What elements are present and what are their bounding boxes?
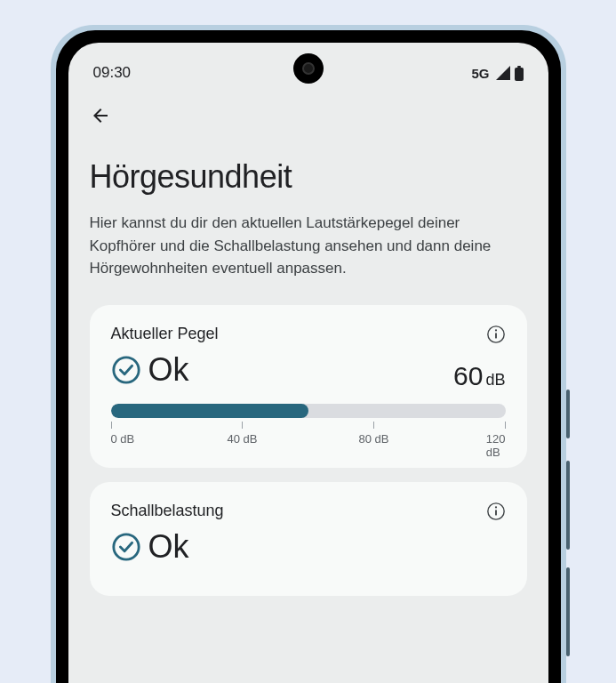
status-row: Ok 60dB: [111, 351, 506, 391]
tick: [242, 422, 243, 429]
screen: 09:30 5G Hör: [68, 43, 548, 683]
status-value: 60: [453, 361, 483, 390]
status-row: Ok: [111, 528, 506, 566]
network-label: 5G: [471, 66, 489, 81]
page-title: Hörgesundheit: [90, 158, 527, 196]
svg-point-8: [494, 506, 496, 508]
svg-rect-3: [495, 333, 497, 338]
progress-fill: [111, 404, 308, 418]
status-value-group: 60dB: [453, 361, 505, 391]
status-unit: dB: [485, 371, 505, 389]
phone-frame: 09:30 5G Hör: [51, 25, 566, 683]
content: Hörgesundheit Hier kannst du dir den akt…: [68, 87, 548, 596]
tick-row: [111, 422, 506, 430]
svg-point-9: [113, 534, 138, 558]
status-left: Ok: [111, 528, 189, 566]
card-header: Schallbelastung: [111, 502, 506, 521]
scale-label: 80 dB: [358, 432, 388, 446]
status-text: Ok: [148, 528, 189, 566]
card-title: Schallbelastung: [111, 502, 224, 520]
tick: [373, 422, 374, 429]
status-time: 09:30: [93, 64, 132, 82]
status-left: Ok: [111, 351, 189, 389]
check-circle-icon: [111, 532, 141, 562]
scale-label: 120 dB: [486, 432, 506, 459]
scale-label: 40 dB: [227, 432, 257, 446]
phone-side-button: [566, 461, 570, 550]
tick: [111, 422, 112, 429]
info-icon[interactable]: [486, 325, 506, 344]
camera-notch: [293, 53, 324, 84]
svg-rect-0: [517, 66, 521, 68]
check-circle-icon: [111, 355, 141, 385]
card-title: Aktueller Pegel: [111, 325, 219, 343]
progress-bar: [111, 404, 506, 418]
card-header: Aktueller Pegel: [111, 325, 506, 344]
svg-rect-7: [495, 510, 497, 515]
arrow-left-icon: [90, 105, 111, 126]
camera-lens: [302, 62, 315, 75]
svg-point-5: [113, 357, 138, 382]
status-icons: 5G: [471, 66, 523, 81]
current-level-card: Aktueller Pegel: [90, 305, 527, 468]
page-description: Hier kannst du dir den aktuellen Lautstä…: [90, 212, 527, 280]
battery-icon: [515, 66, 524, 81]
tick: [505, 422, 506, 429]
info-icon[interactable]: [486, 502, 506, 521]
scale-label: 0 dB: [111, 432, 135, 446]
signal-icon: [495, 66, 511, 80]
status-text: Ok: [148, 351, 189, 389]
svg-point-4: [494, 329, 496, 331]
scale-labels: 0 dB 40 dB 80 dB 120 dB: [111, 432, 506, 450]
phone-side-button: [566, 567, 570, 656]
svg-rect-1: [515, 68, 524, 81]
phone-side-button: [566, 390, 570, 438]
exposure-card: Schallbelastung: [90, 482, 527, 596]
phone-bezel: 09:30 5G Hör: [56, 30, 561, 683]
back-button[interactable]: [90, 105, 111, 126]
